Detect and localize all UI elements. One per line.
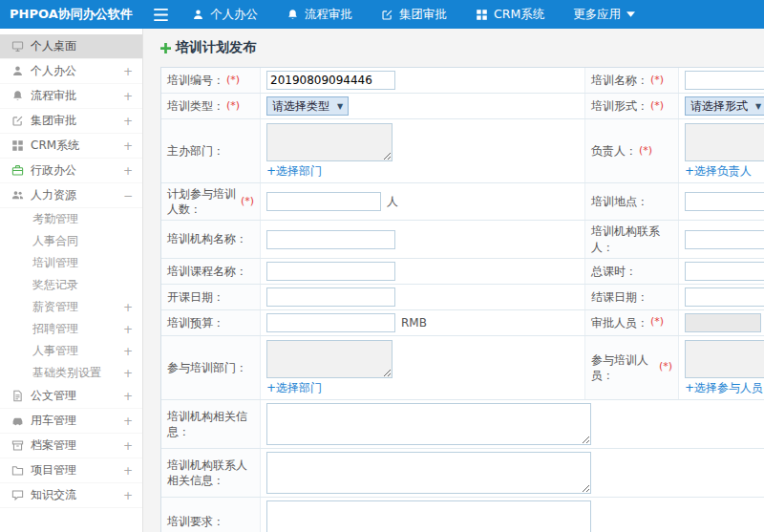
sidebar-item-admin-office[interactable]: 行政办公 + <box>0 159 142 183</box>
expand-icon[interactable]: + <box>123 464 133 478</box>
collapse-icon[interactable]: − <box>123 189 133 202</box>
requirements-textarea[interactable] <box>266 500 591 532</box>
edit-icon <box>11 115 24 127</box>
host-dept-textarea[interactable] <box>266 123 393 161</box>
sidebar-subitem-hr-contract[interactable]: 人事合同 <box>0 230 142 252</box>
expand-icon[interactable]: + <box>123 415 133 428</box>
chevron-down-icon: ▼ <box>755 102 761 111</box>
expand-icon[interactable]: + <box>123 367 133 380</box>
select-join-dept-link[interactable]: +选择部门 <box>266 380 322 396</box>
top-menu-more-apps[interactable]: 更多应用 <box>559 0 649 29</box>
training-name-input[interactable] <box>685 71 764 90</box>
join-dept-textarea[interactable] <box>266 340 393 378</box>
sidebar-item-knowledge[interactable]: 知识交流 + <box>0 483 142 508</box>
expand-icon[interactable]: + <box>123 489 133 502</box>
sidebar-item-group-approval[interactable]: 集团审批 + <box>0 109 142 134</box>
sidebar-item-crm[interactable]: CRM系统 + <box>0 134 142 159</box>
org-name-input[interactable] <box>266 230 395 249</box>
sidebar-item-label: 个人桌面 <box>31 38 123 54</box>
required-mark: (*) <box>659 360 672 374</box>
top-menu-personal-office[interactable]: 个人办公 <box>178 0 272 29</box>
org-contact-input[interactable] <box>685 230 764 249</box>
main-layout: 个人桌面 个人办公 + 流程审批 + 集团审批 + CRM系统 + 行政办公 + <box>0 29 764 532</box>
form-row: 开课日期： 结课日期： <box>161 285 764 310</box>
sidebar-subitem-salary[interactable]: 薪资管理 + <box>0 296 142 318</box>
training-no-label: 培训编号：(*) <box>161 68 261 93</box>
sidebar-item-desktop[interactable]: 个人桌面 <box>0 34 142 59</box>
top-menu-label: 流程审批 <box>305 7 352 23</box>
sidebar-item-project-mgmt[interactable]: 项目管理 + <box>0 458 142 483</box>
expand-icon[interactable]: + <box>123 164 133 178</box>
sidebar-item-label: 项目管理 <box>31 462 123 479</box>
host-dept-label: 主办部门： <box>161 119 261 182</box>
chat-icon <box>11 489 24 501</box>
join-people-textarea[interactable] <box>685 340 764 378</box>
start-date-input[interactable] <box>266 287 395 307</box>
select-leader-link[interactable]: +选择负责人 <box>685 163 752 180</box>
select-dept-link[interactable]: +选择部门 <box>266 163 322 180</box>
expand-icon[interactable]: + <box>123 439 133 453</box>
sidebar-item-hr[interactable]: 人力资源 − <box>0 183 142 208</box>
join-dept-cell: +选择部门 <box>261 336 585 399</box>
expand-icon[interactable]: + <box>123 390 133 403</box>
org-info-textarea[interactable] <box>266 403 591 445</box>
top-menu-label: 个人办公 <box>210 7 258 23</box>
sidebar-item-archive-mgmt[interactable]: 档案管理 + <box>0 434 142 458</box>
join-people-label: 参与培训人员：(*) <box>585 336 679 399</box>
top-menu-workflow-approval[interactable]: 流程审批 <box>272 0 367 29</box>
top-menu-label: 更多应用 <box>573 7 621 23</box>
top-menu-crm[interactable]: CRM系统 <box>461 0 559 29</box>
expand-icon[interactable]: + <box>123 345 133 358</box>
expand-icon[interactable]: + <box>123 301 133 314</box>
hamburger-menu-icon[interactable] <box>143 0 178 29</box>
top-menu-group-approval[interactable]: 集团审批 <box>367 0 461 29</box>
training-form-select[interactable]: 请选择形式▼ <box>685 96 764 116</box>
form-row: 参与培训部门： +选择部门 参与培训人员：(*) +选择参与人员 <box>161 336 764 400</box>
sidebar-subitem-attendance[interactable]: 考勤管理 <box>0 208 142 230</box>
sidebar-item-document-mgmt[interactable]: 公文管理 + <box>0 384 142 409</box>
expand-icon[interactable]: + <box>123 139 133 153</box>
sidebar-item-workflow-approval[interactable]: 流程审批 + <box>0 84 142 109</box>
page-title: 培训计划发布 <box>176 39 256 56</box>
start-date-cell <box>261 285 585 309</box>
top-menu: 个人办公 流程审批 集团审批 CRM系统 更多应用 <box>178 0 649 29</box>
end-date-input[interactable] <box>685 287 764 307</box>
training-no-cell <box>261 68 585 93</box>
org-contact-info-textarea[interactable] <box>266 452 591 494</box>
bell-icon <box>286 9 299 21</box>
planned-count-input[interactable] <box>266 192 381 211</box>
course-name-input[interactable] <box>266 262 395 281</box>
training-name-cell <box>679 68 764 93</box>
document-icon <box>11 390 24 402</box>
requirements-label: 培训要求： <box>161 498 261 532</box>
org-name-label: 培训机构名称： <box>161 221 261 257</box>
training-no-input[interactable] <box>266 71 395 90</box>
required-mark: (*) <box>650 99 664 114</box>
location-label: 培训地点： <box>585 183 679 220</box>
sidebar-subitem-base-category[interactable]: 基础类别设置 + <box>0 362 142 384</box>
sidebar-item-label: 知识交流 <box>31 487 123 503</box>
expand-icon[interactable]: + <box>123 115 133 128</box>
expand-icon[interactable]: + <box>123 90 133 103</box>
training-type-select[interactable]: 请选择类型▼ <box>266 96 349 116</box>
expand-icon[interactable]: + <box>123 323 133 336</box>
expand-icon[interactable]: + <box>123 65 133 78</box>
total-hours-input[interactable] <box>685 262 764 281</box>
sidebar-item-personal-office[interactable]: 个人办公 + <box>0 59 142 84</box>
location-input[interactable] <box>685 192 764 211</box>
approver-input[interactable] <box>685 313 761 332</box>
form-row: 主办部门： +选择部门 负责人：(*) +选择负责人 <box>161 119 764 183</box>
users-icon <box>11 189 24 202</box>
select-join-people-link[interactable]: +选择参与人员 <box>685 380 763 396</box>
leader-textarea[interactable] <box>685 123 764 161</box>
sidebar-item-label: 用车管理 <box>31 413 123 429</box>
archive-icon <box>11 439 24 452</box>
sidebar-subitem-training[interactable]: 培训管理 <box>0 252 142 274</box>
sidebar-subitem-personnel[interactable]: 人事管理 + <box>0 340 142 362</box>
training-form-cell: 请选择形式▼ <box>679 94 764 118</box>
sidebar-subitem-rewards[interactable]: 奖惩记录 <box>0 274 142 296</box>
sidebar-subitem-recruitment[interactable]: 招聘管理 + <box>0 318 142 340</box>
budget-input[interactable] <box>266 313 395 332</box>
sidebar-item-vehicle-mgmt[interactable]: 用车管理 + <box>0 409 142 434</box>
select-value: 请选择类型 <box>272 98 329 115</box>
